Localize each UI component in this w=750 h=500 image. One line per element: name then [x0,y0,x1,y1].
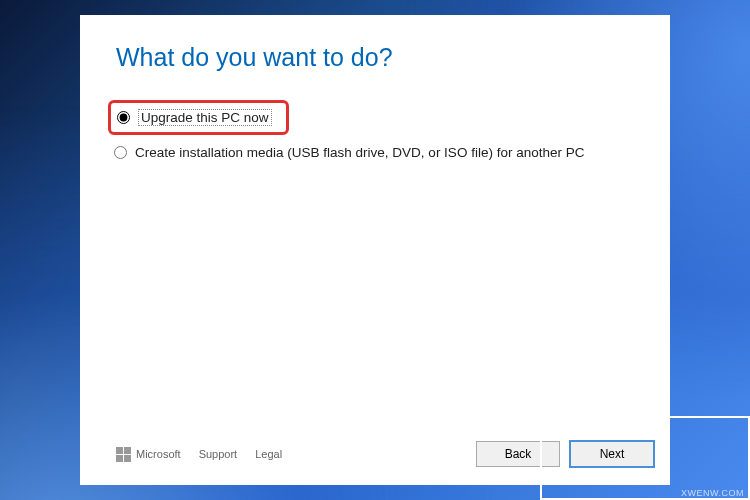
microsoft-logo-icon [116,447,131,462]
microsoft-logo: Microsoft [116,447,181,462]
back-button[interactable]: Back [476,441,560,467]
highlight-annotation: Upgrade this PC now [108,100,289,135]
next-button[interactable]: Next [570,441,654,467]
option-media-radio[interactable] [114,146,127,159]
option-upgrade-row[interactable]: Upgrade this PC now [117,107,272,128]
option-media-row[interactable]: Create installation media (USB flash dri… [114,143,634,162]
footer-buttons: Back Next [476,441,654,467]
watermark-text: XWENW.COM [681,488,744,498]
setup-dialog: What do you want to do? Upgrade this PC … [80,15,670,485]
footer-links: Microsoft Support Legal [116,447,282,462]
dialog-footer: Microsoft Support Legal Back Next [80,431,670,485]
microsoft-label: Microsoft [136,448,181,460]
legal-link[interactable]: Legal [255,448,282,460]
option-upgrade-radio[interactable] [117,111,130,124]
option-upgrade-label: Upgrade this PC now [138,109,272,126]
page-title: What do you want to do? [116,43,634,72]
option-media-label: Create installation media (USB flash dri… [135,145,584,160]
support-link[interactable]: Support [199,448,238,460]
dialog-content: What do you want to do? Upgrade this PC … [80,15,670,431]
